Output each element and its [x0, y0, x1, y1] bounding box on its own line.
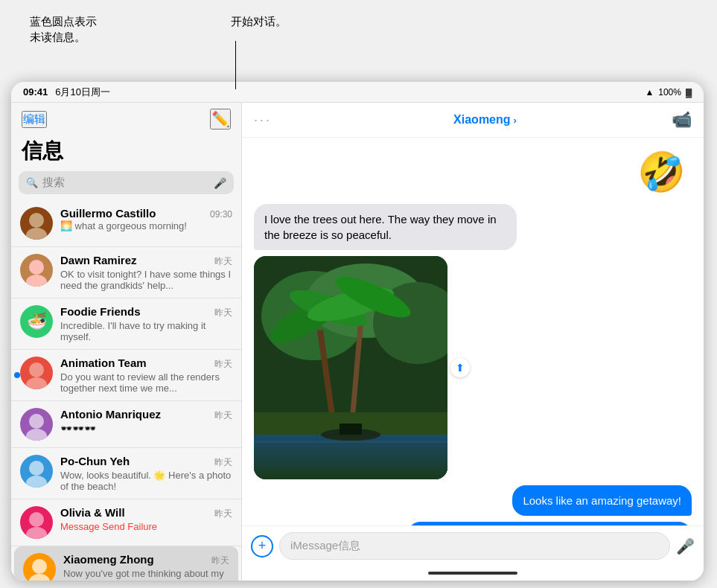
conv-time: 昨天: [214, 255, 232, 268]
conv-time: 昨天: [214, 456, 232, 469]
photo-content: [254, 256, 447, 479]
chat-area: ··· Xiaomeng › 📹 🤣 I love the trees out …: [242, 103, 704, 581]
search-mic-icon: 🎤: [214, 177, 226, 189]
emoji-reaction: 🤣: [637, 150, 686, 195]
annotation-compose: 开始对话。: [231, 13, 287, 29]
incoming-photo-message: ⬆: [254, 256, 447, 479]
conv-name: Animation Team: [60, 357, 147, 369]
status-date: 6月10日周一: [55, 86, 110, 99]
svg-point-11: [26, 527, 47, 539]
avatar: [20, 207, 53, 240]
conv-name: Guillermo Castillo: [60, 207, 156, 220]
microphone-button[interactable]: 🎤: [676, 537, 695, 555]
conv-time: 昨天: [214, 409, 232, 422]
conv-preview: OK to visit tonight? I have some things …: [60, 269, 232, 291]
chat-messages: 🤣 I love the trees out here. The way the…: [242, 138, 704, 525]
avatar: [20, 357, 53, 389]
avatar: [20, 506, 53, 539]
sidebar-title: 信息: [11, 134, 241, 171]
search-icon: 🔍: [26, 177, 38, 188]
conv-info: Xiaomeng Zhong 昨天 Now you've got me thin…: [63, 553, 229, 581]
svg-point-7: [26, 429, 47, 441]
conv-name: Olivia & Will: [60, 506, 125, 519]
conv-name: Xiaomeng Zhong: [63, 553, 154, 566]
message-input[interactable]: iMessage信息: [279, 532, 670, 560]
svg-point-2: [29, 260, 44, 275]
sidebar-header: 编辑 ✏️: [11, 103, 241, 134]
photo-share-button[interactable]: ⬆: [450, 358, 470, 377]
conv-preview: Do you want to review all the renders to…: [60, 371, 232, 394]
status-icons: ▲ 100% ▓: [645, 87, 692, 98]
annotation-unread-dot: 蓝色圆点表示 未读信息。: [30, 13, 97, 45]
header-left-space: ···: [254, 112, 299, 128]
conversation-item[interactable]: Dawn Ramirez 昨天 OK to visit tonight? I h…: [11, 247, 241, 298]
conversation-list: Guillermo Castillo 09:30 🌅 what a gorgeo…: [11, 200, 241, 581]
status-bar: 09:41 6月10日周一 ▲ 100% ▓: [11, 82, 704, 103]
conversation-item-send-failure[interactable]: Olivia & Will 昨天 Message Send Failure: [11, 499, 241, 546]
svg-point-5: [26, 377, 47, 389]
conv-preview: Wow, looks beautiful. 🌟 Here's a photo o…: [60, 470, 232, 492]
add-attachment-button[interactable]: +: [251, 535, 273, 557]
status-time: 09:41: [23, 86, 48, 98]
chat-input-area: + iMessage信息 🎤: [242, 525, 704, 566]
conversation-item[interactable]: Po-Chun Yeh 昨天 Wow, looks beautiful. 🌟 H…: [11, 448, 241, 499]
conversation-item-unread[interactable]: Animation Team 昨天 Do you want to review …: [11, 350, 241, 401]
outgoing-message: Looks like an amazing getaway!: [512, 485, 692, 516]
conversation-item[interactable]: Guillermo Castillo 09:30 🌅 what a gorgeo…: [11, 200, 241, 247]
avatar: [23, 553, 56, 581]
conversation-item-active[interactable]: Xiaomeng Zhong 昨天 Now you've got me thin…: [14, 546, 238, 581]
svg-point-9: [26, 476, 47, 488]
chat-header-name[interactable]: Xiaomeng ›: [453, 113, 517, 127]
conv-name: Foodie Friends: [60, 305, 141, 318]
conv-info: Dawn Ramirez 昨天 OK to visit tonight? I h…: [60, 254, 232, 291]
conv-preview-send-failure: Message Send Failure: [60, 521, 232, 532]
conv-preview: Now you've got me thinking about my next…: [63, 568, 229, 581]
search-bar[interactable]: 🔍 搜索 🎤: [19, 171, 234, 194]
recipient-name: Xiaomeng: [453, 113, 510, 127]
conv-time: 昨天: [214, 307, 232, 319]
svg-point-0: [29, 213, 44, 228]
edit-button[interactable]: 编辑: [22, 111, 47, 128]
conv-info: Guillermo Castillo 09:30 🌅 what a gorgeo…: [60, 207, 232, 231]
conversation-item[interactable]: Antonio Manriquez 昨天 🕶️🕶️🕶️: [11, 401, 241, 448]
header-right-actions: 📹: [672, 110, 692, 130]
avatar: [20, 254, 53, 287]
svg-point-3: [26, 275, 47, 287]
avatar: 🍜: [20, 305, 53, 338]
more-options-dots[interactable]: ···: [254, 112, 272, 127]
chevron-icon: ›: [514, 115, 517, 126]
conv-info: Foodie Friends 昨天 Incredible. I'll have …: [60, 305, 232, 342]
avatar: [20, 455, 53, 488]
compose-icon: ✏️: [211, 110, 230, 128]
chat-header: ··· Xiaomeng › 📹: [242, 103, 704, 138]
search-input[interactable]: 搜索: [42, 176, 209, 190]
video-call-icon[interactable]: 📹: [672, 110, 692, 129]
conversation-item[interactable]: 🍜 Foodie Friends 昨天 Incredible. I'll hav…: [11, 298, 241, 350]
incoming-message: I love the trees out here. The way they …: [254, 204, 517, 250]
ipad-frame: 09:41 6月10日周一 ▲ 100% ▓ 编辑 ✏️ 信息 🔍 搜索: [11, 82, 704, 581]
home-indicator: [242, 566, 704, 581]
home-bar: [428, 572, 517, 575]
svg-point-8: [29, 461, 44, 476]
svg-point-10: [29, 512, 44, 527]
annotation-line-compose: [235, 41, 236, 89]
svg-point-6: [29, 414, 44, 429]
conv-info: Olivia & Will 昨天 Message Send Failure: [60, 506, 232, 532]
conv-name: Antonio Manriquez: [60, 408, 161, 421]
battery-icon: ▓: [686, 88, 692, 97]
wifi-icon: ▲: [645, 87, 654, 98]
svg-rect-28: [254, 441, 447, 443]
svg-point-13: [29, 574, 50, 581]
conv-preview: 🕶️🕶️🕶️: [60, 423, 232, 434]
svg-point-4: [29, 362, 44, 377]
compose-button[interactable]: ✏️: [210, 109, 231, 130]
conv-info: Animation Team 昨天 Do you want to review …: [60, 357, 232, 394]
svg-rect-31: [340, 424, 362, 435]
conv-info: Po-Chun Yeh 昨天 Wow, looks beautiful. 🌟 H…: [60, 455, 232, 492]
conv-name: Po-Chun Yeh: [60, 455, 130, 467]
battery-percent: 100%: [658, 87, 681, 98]
conv-time: 昨天: [214, 358, 232, 371]
svg-point-1: [26, 228, 47, 240]
message-bubble: I love the trees out here. The way they …: [254, 204, 517, 250]
message-bubble: Looks like an amazing getaway!: [512, 485, 692, 516]
